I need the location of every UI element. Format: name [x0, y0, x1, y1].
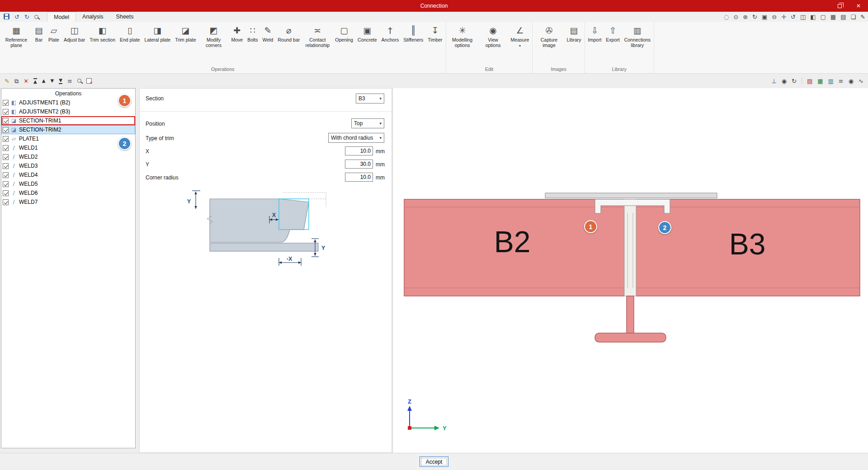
ribbon-modelling-options[interactable]: ✳Modelling options — [447, 22, 478, 48]
search-button[interactable] — [34, 14, 38, 20]
type-of-trim-select[interactable]: With chord radius▾ — [328, 133, 384, 143]
tab-sheets[interactable]: Sheets — [110, 12, 140, 22]
ribbon-weld[interactable]: ✎Weld — [260, 22, 276, 42]
ribbon-end-plate[interactable]: ▯End plate — [118, 22, 142, 42]
ribbon-trim-section[interactable]: ◧Trim section — [87, 22, 118, 42]
tab-analysis[interactable]: Analysis — [76, 12, 110, 22]
edit-operation-icon[interactable]: ✎ — [5, 78, 9, 84]
pan-icon[interactable]: ✛ — [781, 14, 786, 20]
viewport-3d[interactable]: B2 B3 Z Y 1 2 — [392, 88, 868, 453]
checkbox[interactable] — [3, 172, 9, 178]
clear-operations-icon[interactable] — [86, 78, 92, 84]
checkbox[interactable] — [3, 163, 9, 169]
tree-item-section-trim2[interactable]: ◪SECTION-TRIM2 — [1, 125, 135, 134]
view-cube-icon[interactable]: ◫ — [800, 14, 806, 20]
measure-dropdown-icon[interactable]: ▾ — [519, 44, 521, 48]
move-last-icon[interactable]: ▼ — [59, 78, 62, 84]
checkbox[interactable] — [3, 145, 9, 151]
orbit-icon[interactable]: ↺ — [791, 14, 796, 20]
ribbon-anchors[interactable]: †Anchors — [379, 22, 401, 42]
ribbon-lateral-plate[interactable]: ◨Lateral plate — [142, 22, 173, 42]
zoom-previous-icon[interactable]: ◌ — [724, 14, 729, 20]
tree-item-plate1[interactable]: ▱PLATE1 — [1, 134, 135, 143]
x-input[interactable] — [345, 146, 373, 155]
tree-item-weld3[interactable]: ∕WELD3 — [1, 161, 135, 170]
ribbon-library[interactable]: ▤Library — [564, 22, 583, 42]
tree-item-adjustment2[interactable]: ◧ADJUSTMENT2 (B3) — [1, 107, 135, 116]
y-input[interactable] — [345, 160, 373, 169]
find-operation-icon[interactable] — [77, 78, 81, 84]
checkbox[interactable] — [3, 181, 9, 187]
table-icon[interactable]: ▥ — [828, 78, 834, 84]
monitor-icon[interactable]: ▢ — [821, 14, 826, 20]
corner-radius-input[interactable] — [345, 173, 373, 182]
tree-item-weld6[interactable]: ∕WELD6 — [1, 188, 135, 197]
ribbon-move[interactable]: ✚Move — [229, 22, 245, 42]
zoom-in-icon[interactable]: ⊕ — [743, 14, 748, 20]
redo-button[interactable]: ↻ — [24, 14, 29, 20]
move-down-icon[interactable]: ▼ — [51, 79, 54, 83]
connector-icon[interactable]: ∿ — [859, 78, 863, 84]
tree-item-weld4[interactable]: ∕WELD4 — [1, 170, 135, 179]
position-select[interactable]: Top▾ — [351, 118, 384, 128]
ribbon-export[interactable]: ⇧Export — [604, 22, 622, 42]
ribbon-stiffeners[interactable]: ║Stiffeners — [401, 22, 425, 42]
zoom-window-icon[interactable]: ▣ — [762, 14, 767, 20]
checkbox[interactable] — [3, 118, 9, 124]
tree-item-weld7[interactable]: ∕WELD7 — [1, 197, 135, 207]
move-first-icon[interactable]: ▲ — [33, 78, 37, 84]
ribbon-trim-plate[interactable]: ◪Trim plate — [173, 22, 198, 42]
checkbox[interactable] — [3, 109, 9, 115]
checkbox[interactable] — [3, 100, 9, 106]
ribbon-capture-image[interactable]: ✇Capture image — [533, 22, 564, 48]
comment-icon[interactable]: ❏ — [850, 14, 856, 20]
checkbox[interactable] — [3, 190, 9, 196]
annotate-icon[interactable]: ✎ — [860, 14, 865, 20]
tree-item-weld5[interactable]: ∕WELD5 — [1, 179, 135, 188]
tab-model[interactable]: Model — [47, 12, 76, 22]
tree-item-weld1[interactable]: ∕WELD1 — [1, 143, 135, 152]
ribbon-timber[interactable]: ↧Timber — [425, 22, 444, 42]
checkbox[interactable] — [3, 154, 9, 160]
layers-icon[interactable]: ≡ — [839, 78, 844, 84]
refresh-icon[interactable]: ↻ — [752, 14, 757, 20]
ribbon-plate[interactable]: ▱Plate — [46, 22, 61, 42]
ribbon-concrete[interactable]: ▣Concrete — [355, 22, 379, 42]
ribbon-adjust-bar[interactable]: ◫Adjust bar — [61, 22, 87, 42]
report-icon[interactable]: ▤ — [807, 78, 812, 84]
clipboard-icon[interactable]: ▤ — [840, 14, 846, 20]
diagram-icon[interactable]: ▦ — [830, 14, 836, 20]
ribbon-connections-library[interactable]: ▥Connections library — [622, 22, 653, 48]
section-select[interactable]: B3▾ — [356, 94, 384, 103]
ribbon-opening[interactable]: ▢Opening — [333, 22, 355, 42]
checkbox[interactable] — [3, 199, 9, 205]
save-button[interactable] — [4, 14, 9, 20]
ribbon-bolts[interactable]: ∷Bolts — [245, 22, 260, 42]
close-button[interactable]: ✕ — [849, 0, 868, 12]
move-up-icon[interactable]: ▲ — [42, 79, 46, 83]
visibility-icon[interactable]: ◉ — [782, 78, 787, 84]
tree-structure-icon[interactable]: ≡ — [67, 78, 72, 84]
axes-icon[interactable]: ⊥ — [771, 78, 776, 84]
restore-button[interactable] — [830, 0, 849, 12]
split-view-icon[interactable]: ◧ — [810, 14, 816, 20]
checkbox[interactable] — [3, 136, 9, 142]
orbit-view-icon[interactable]: ↻ — [792, 78, 797, 84]
checkbox[interactable] — [3, 127, 9, 133]
ribbon-modify-corners[interactable]: ◩Modify corners — [198, 22, 229, 48]
zoom-out-icon[interactable]: ⊖ — [772, 14, 777, 20]
ribbon-view-options[interactable]: ◉View options — [478, 22, 509, 48]
copy-operation-icon[interactable]: ⧉ — [14, 78, 19, 84]
ribbon-bar[interactable]: ▤Bar — [32, 22, 46, 42]
ribbon-round-bar[interactable]: ⌀Round bar — [275, 22, 302, 42]
ribbon-measure[interactable]: ∠Measure▾ — [509, 22, 532, 48]
zoom-extents-icon[interactable]: ⊙ — [733, 14, 738, 20]
tree-item-weld2[interactable]: ∕WELD2 — [1, 152, 135, 161]
preview-icon[interactable]: ◉ — [849, 78, 854, 84]
accept-button[interactable]: Accept — [420, 456, 449, 467]
undo-button[interactable]: ↺ — [14, 14, 19, 20]
ribbon-import[interactable]: ⇩Import — [586, 22, 604, 42]
delete-operation-icon[interactable]: ✕ — [24, 78, 28, 84]
tree-item-section-trim1[interactable]: ◪SECTION-TRIM1 — [1, 116, 135, 125]
tree-item-adjustment1[interactable]: ◧ADJUSTMENT1 (B2) — [1, 98, 135, 107]
